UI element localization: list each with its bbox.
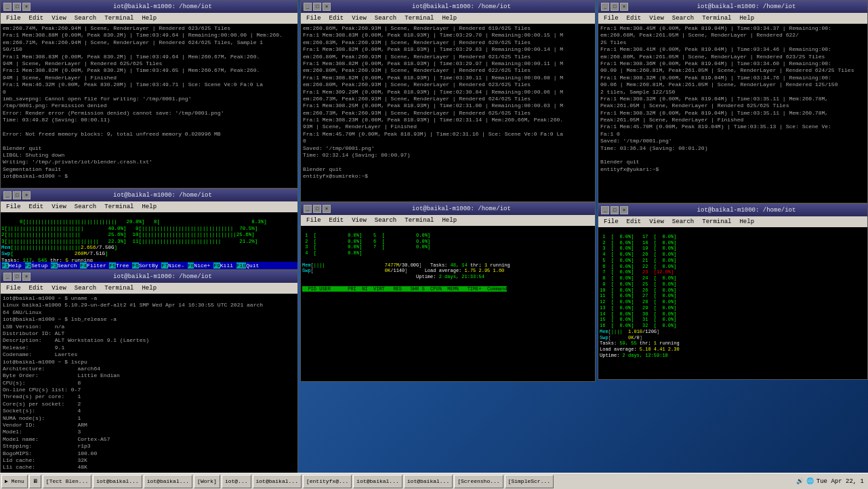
maximize-button-mid[interactable]: □ [313, 3, 321, 11]
menu-file-bot[interactable]: File [2, 285, 25, 292]
menu-search-r2[interactable]: Search [668, 218, 698, 225]
terminal-content-bot[interactable]: iot@baikal-m1000 ~ $ uname -a Linux baik… [1, 294, 297, 483]
close-button-mid[interactable]: × [323, 3, 331, 11]
menu-help-bot[interactable]: Help [138, 285, 161, 292]
menubar-top-right: File Edit View Search Terminal Help [598, 13, 867, 24]
titlebar-top-mid: _ □ × iot@baikal-m1000: /home/iot [301, 1, 595, 13]
taskbar-btn-10[interactable]: iot@baikal... [404, 475, 453, 488]
menu-view-r2[interactable]: View [645, 218, 668, 225]
terminal-content-top-mid[interactable]: em:260.86M, Peak:260.93M | Scene, Render… [301, 24, 595, 201]
menu-help-right[interactable]: Help [735, 15, 758, 22]
menu-edit-c[interactable]: Edit [325, 217, 348, 224]
close-button-right[interactable]: × [620, 3, 628, 11]
minimize-button-bot[interactable]: _ [3, 273, 12, 281]
window-controls-right[interactable]: _ □ × [601, 3, 628, 11]
menu-terminal-c[interactable]: Terminal [400, 217, 438, 224]
menu-terminal-bot[interactable]: Terminal [100, 285, 138, 292]
menu-help[interactable]: Help [138, 15, 161, 22]
minimize-button-htop[interactable]: _ [3, 191, 12, 199]
taskbar-btn-4[interactable]: iot@baikal... [144, 475, 192, 488]
taskbar-btn-11[interactable]: [Screensho... [454, 475, 503, 488]
minimize-button[interactable]: _ [3, 3, 12, 11]
menu-help-htop[interactable]: Help [138, 203, 161, 210]
taskbar-btn-3[interactable]: iot@baikal... [93, 475, 142, 488]
menu-search-bot[interactable]: Search [70, 285, 100, 292]
maximize-button-right2[interactable]: □ [611, 206, 619, 214]
menu-edit-htop[interactable]: Edit [25, 203, 48, 210]
menu-file-mid[interactable]: File [302, 15, 325, 22]
window-title-right: iot@baikal-m1000: /home/iot [628, 3, 865, 10]
start-button[interactable]: ▶ Menu [1, 475, 28, 488]
menu-view[interactable]: View [47, 15, 70, 22]
top-display-right[interactable]: 1 [ 0.0%] 17 [ 0.0%] 2 [ 0.0%] 18 [ 0.0%… [598, 227, 867, 379]
desktop: _ □ × iot@baikal-m1000: /home/iot File E… [0, 0, 868, 489]
speaker-icon: 🔊 [796, 477, 804, 485]
menu-help-mid[interactable]: Help [438, 15, 461, 22]
terminal-content-top-left[interactable]: em:260.74M, Peak:260.94M | Scene, Render… [1, 24, 297, 188]
menu-help-r2[interactable]: Help [735, 218, 758, 225]
window-controls-bot[interactable]: _ □ × [3, 273, 30, 281]
menu-view-c[interactable]: View [348, 217, 371, 224]
menu-file[interactable]: File [2, 15, 25, 22]
close-button-bot[interactable]: × [22, 273, 30, 281]
menu-view-right[interactable]: View [645, 15, 668, 22]
close-button[interactable]: × [22, 3, 30, 11]
close-button-htop[interactable]: × [22, 191, 30, 199]
taskbar-btn-12[interactable]: [SimpleScr... [505, 475, 554, 488]
menu-view-mid[interactable]: View [348, 15, 371, 22]
menu-file-htop[interactable]: File [2, 203, 25, 210]
menu-search-c[interactable]: Search [371, 217, 400, 224]
maximize-button-htop[interactable]: □ [13, 191, 21, 199]
menu-view-htop[interactable]: View [47, 203, 70, 210]
titlebar-top-right: _ □ × iot@baikal-m1000: /home/iot [598, 1, 867, 13]
taskbar-btn-5[interactable]: [Work] [194, 475, 220, 488]
menu-search-right[interactable]: Search [668, 15, 698, 22]
close-button-center[interactable]: × [323, 205, 331, 213]
top-display-center[interactable]: 1 [ 0.0%] 5 [ 0.0%] 2 [ 0.0%] 6 [ 0.0%] … [301, 226, 595, 381]
minimize-button-mid[interactable]: _ [304, 3, 312, 11]
terminal-content-top-right[interactable]: Fra:1 Mem:308.45M (0.00M, Peak 819.04M) … [598, 24, 867, 203]
menu-search-htop[interactable]: Search [70, 203, 100, 210]
menu-edit-bot[interactable]: Edit [25, 285, 48, 292]
window-controls-right2[interactable]: _ □ × [601, 206, 628, 214]
htop-footer[interactable]: F1Help F2Setup F3Search F4Filter F5Tree … [1, 262, 297, 269]
menu-edit-mid[interactable]: Edit [325, 15, 348, 22]
menu-file-r2[interactable]: File [600, 218, 623, 225]
menu-file-right[interactable]: File [600, 15, 623, 22]
menu-file-c[interactable]: File [302, 217, 325, 224]
menu-search-mid[interactable]: Search [371, 15, 400, 22]
menu-edit-r2[interactable]: Edit [623, 218, 646, 225]
window-controls-htop[interactable]: _ □ × [3, 191, 30, 199]
maximize-button[interactable]: □ [13, 3, 21, 11]
titlebar-top-right2: _ □ × iot@baikal-m1000: /home/iot [598, 204, 867, 216]
menu-terminal-mid[interactable]: Terminal [400, 15, 438, 22]
menubar-center: File Edit View Search Terminal Help [301, 215, 595, 226]
taskbar-btn-6[interactable]: iot@... [222, 475, 251, 488]
window-controls-center[interactable]: _ □ × [304, 205, 331, 213]
menu-edit-right[interactable]: Edit [623, 15, 646, 22]
menu-edit[interactable]: Edit [25, 15, 48, 22]
menu-terminal-htop[interactable]: Terminal [100, 203, 138, 210]
menu-help-c[interactable]: Help [438, 217, 461, 224]
menu-terminal-right[interactable]: Terminal [698, 15, 735, 22]
menu-view-bot[interactable]: View [47, 285, 70, 292]
menu-terminal-r2[interactable]: Terminal [698, 218, 735, 225]
minimize-button-right2[interactable]: _ [601, 206, 609, 214]
minimize-button-right[interactable]: _ [601, 3, 609, 11]
window-controls[interactable]: _ □ × [3, 3, 30, 11]
minimize-button-center[interactable]: _ [304, 205, 312, 213]
taskbar-btn-7[interactable]: iot@baikal... [253, 475, 302, 488]
menu-terminal[interactable]: Terminal [100, 15, 138, 22]
maximize-button-center[interactable]: □ [313, 205, 321, 213]
maximize-button-right[interactable]: □ [611, 3, 619, 11]
maximize-button-bot[interactable]: □ [13, 273, 21, 281]
menu-search[interactable]: Search [70, 15, 100, 22]
taskbar-btn-2[interactable]: [Tect Blen... [43, 475, 91, 488]
window-controls-mid[interactable]: _ □ × [304, 3, 331, 11]
htop-display[interactable]: 0[|||||||||||||||||||||||||||||| 20.8%] … [1, 212, 297, 262]
taskbar-btn-9[interactable]: iot@baikal... [353, 475, 402, 488]
close-button-right2[interactable]: × [620, 206, 628, 214]
menubar-top-mid: File Edit View Search Terminal Help [301, 13, 595, 24]
taskbar-btn-8[interactable]: [entityfx@... [303, 475, 352, 488]
taskbar-btn-1[interactable]: 🖥 [29, 475, 41, 488]
